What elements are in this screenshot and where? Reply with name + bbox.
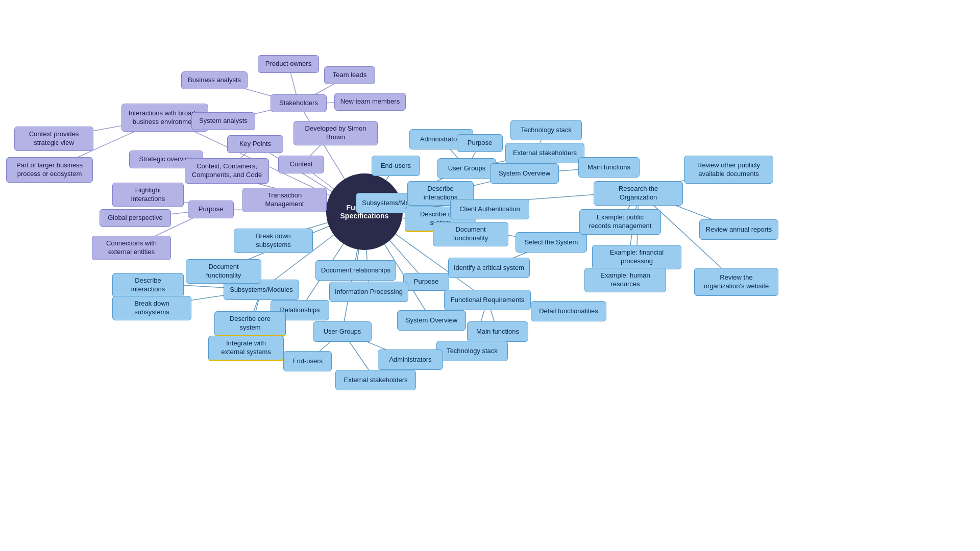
- node-document-relationships: Document relationships: [315, 260, 396, 281]
- node-purpose-mid: Purpose: [403, 273, 449, 291]
- node-client-auth: Client Authentication: [450, 199, 529, 219]
- node-context-containers: Context, Containers, Components, and Cod…: [185, 158, 269, 184]
- node-product-owners: Product owners: [258, 55, 319, 73]
- node-break-down-subsystems-bot: Break down subsystems: [112, 296, 191, 320]
- node-document-functionality-top: Document functionality: [433, 222, 508, 246]
- node-integrate-external: Integrate with external systems: [208, 336, 284, 361]
- node-system-overview-bot: System Overview: [397, 310, 466, 331]
- node-detail-functionalities: Detail functionalities: [531, 301, 606, 321]
- node-example-public-records: Example: public records management: [579, 209, 661, 235]
- node-system-analysts: System analysts: [191, 112, 255, 130]
- node-business-analysts: Business analysts: [181, 71, 248, 89]
- node-team-leads: Team leads: [324, 66, 375, 84]
- node-technology-stack-top: Technology stack: [510, 120, 582, 140]
- node-review-publicly: Review other publicly available document…: [684, 156, 773, 184]
- node-transaction-mgmt: Transaction Management: [242, 188, 327, 212]
- node-system-overview-top: System Overview: [490, 163, 559, 184]
- node-user-groups-top: User Groups: [437, 158, 496, 179]
- node-main-functions-top: Main functions: [578, 157, 640, 178]
- node-connections-external: Connections with external entities: [92, 236, 171, 260]
- node-external-stakeholders-bot: External stakeholders: [335, 370, 416, 390]
- node-info-processing: Information Processing: [329, 282, 408, 302]
- node-end-users-top: End-users: [372, 156, 420, 176]
- node-describe-core-bot: Describe core system: [214, 311, 286, 337]
- node-context: Context: [278, 156, 324, 173]
- node-select-system: Select the System: [516, 232, 587, 253]
- node-technology-stack-bot: Technology stack: [436, 341, 508, 361]
- node-external-stakeholders-top: External stakeholders: [505, 143, 584, 163]
- node-review-annual: Review annual reports: [699, 219, 778, 240]
- node-part-larger: Part of larger business process or ecosy…: [6, 157, 93, 183]
- node-main-functions-bot: Main functions: [467, 321, 528, 342]
- node-developed-simon: Developed by Simon Brown: [293, 121, 378, 145]
- node-purpose-purple: Purpose: [188, 201, 234, 218]
- node-break-down-subsystems-top: Break down subsystems: [234, 229, 313, 253]
- node-document-functionality-bot: Document functionality: [186, 259, 261, 284]
- node-administrators-bot: Administrators: [378, 349, 443, 370]
- node-key-points: Key Points: [227, 135, 283, 153]
- node-context-strategic: Context provides strategic view: [14, 127, 93, 151]
- node-example-financial: Example: financial processing: [592, 245, 681, 269]
- node-example-hr: Example: human resources: [584, 268, 666, 292]
- node-describe-interactions-bot: Describe interactions: [112, 273, 184, 297]
- node-highlight-interactions: Highlight interactions: [112, 183, 184, 207]
- node-review-website: Review the organization's website: [694, 268, 778, 296]
- node-purpose-top: Purpose: [457, 134, 503, 152]
- node-new-team-members: New team members: [334, 93, 406, 111]
- node-stakeholders: Stakeholders: [271, 94, 327, 112]
- node-functional-requirements: Functional Requirements: [444, 290, 531, 310]
- node-identify-critical: Identify a critical system: [448, 258, 530, 278]
- node-user-groups-bot: User Groups: [313, 321, 372, 342]
- node-research-org: Research the Organization: [594, 181, 683, 206]
- node-global-perspective: Global perspective: [100, 209, 171, 227]
- node-end-users-bot: End-users: [283, 351, 332, 371]
